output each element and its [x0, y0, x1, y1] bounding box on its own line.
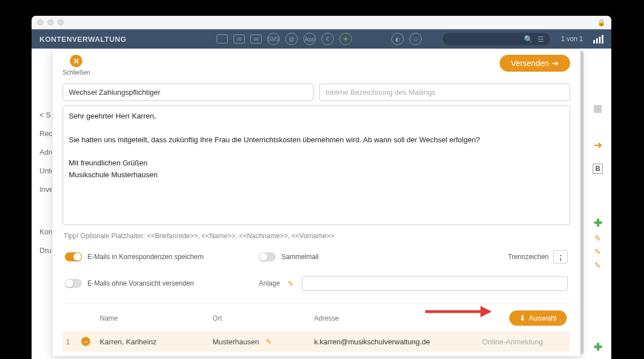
app-title: KONTENVERWALTUNG	[39, 35, 126, 43]
recipient-name: Karren, Karlheinz	[100, 338, 213, 346]
euro-icon[interactable]: €	[321, 33, 334, 45]
traffic-lights[interactable]	[37, 19, 64, 25]
close-group[interactable]: ✕ Schließen	[63, 55, 90, 76]
page-count: 1 von 1	[561, 35, 583, 43]
minimize-window-icon[interactable]	[47, 19, 54, 25]
col-ort-header: Ort	[213, 314, 314, 322]
modal-header: ✕ Schließen Versenden ➔	[52, 49, 580, 79]
col-name-header: Name	[100, 314, 213, 322]
lock-icon: 🔒	[597, 19, 606, 27]
compose-modal: ✕ Schließen Versenden ➔ Sehr geehrter He…	[52, 49, 581, 357]
no-preview-label: E-Mails ohne Voransicht versenden	[87, 279, 194, 287]
recipient-source: Online-Anmeldung	[482, 338, 567, 346]
sammelmail-toggle[interactable]	[259, 252, 276, 261]
separator-input[interactable]: ;	[553, 250, 568, 264]
send-button[interactable]: Versenden ➔	[500, 55, 570, 72]
download-icon: ⬇	[519, 314, 526, 322]
options-row-2: E-Mails ohne Voransicht versenden Anlage…	[63, 273, 570, 294]
app-toolbar: KONTENVERWALTUNG ✉ ✉ SMS @ App € + ◐ ☺ 🔍…	[32, 29, 611, 49]
search-field[interactable]: 🔍 ☰	[443, 33, 550, 45]
list-icon: ☰	[537, 35, 544, 43]
app-window: 🔒 KONTENVERWALTUNG ✉ ✉ SMS @ App € + ◐ ☺…	[32, 16, 611, 359]
no-preview-toggle[interactable]	[65, 279, 82, 288]
row-index: 1	[66, 338, 70, 346]
modal-body: Sehr geehrter Herr Karren, Sie hatten un…	[52, 79, 580, 356]
message-textarea[interactable]: Sehr geehrter Herr Karren, Sie hatten un…	[63, 106, 570, 225]
at-icon[interactable]: @	[285, 33, 298, 45]
headset-icon[interactable]: ◐	[391, 33, 404, 45]
save-correspondence-toggle[interactable]	[65, 252, 82, 261]
col-addr-header: Adresse	[314, 314, 509, 322]
close-label: Schließen	[63, 69, 90, 76]
mail-icon[interactable]: ✉	[233, 34, 245, 43]
pencil-icon[interactable]: ✎	[288, 279, 294, 288]
options-row-1: E-Mails in Korrespondenzen speichern Sam…	[63, 247, 570, 267]
auswahl-label: Auswahl	[529, 314, 557, 322]
bg-right-icons: ➜ B ✚ ✎ ✎ ✎ ✚	[590, 105, 606, 353]
close-icon[interactable]: ✕	[70, 55, 82, 67]
bold-icon[interactable]: B	[593, 164, 603, 174]
scrollbar[interactable]	[580, 51, 584, 354]
internal-name-input[interactable]	[319, 84, 570, 101]
remove-icon[interactable]: –	[81, 337, 90, 346]
pencil-icon[interactable]: ✎	[266, 338, 272, 346]
sammelmail-label: Sammelmail	[281, 253, 319, 261]
separator-label: Trennzeichen	[508, 253, 549, 261]
layers-icon[interactable]	[594, 105, 602, 113]
add-icon[interactable]: +	[339, 33, 352, 45]
recipient-ort: Musterhausen	[213, 338, 259, 346]
save-correspondence-label: E-Mails in Korrespondenzen speichern	[87, 253, 204, 261]
subject-row	[63, 84, 570, 101]
placeholder-tip: Tipp! Optionale Platzhalter: <<Briefanre…	[63, 230, 570, 242]
plus-icon[interactable]: ✚	[594, 341, 602, 353]
attachment-label: Anlage	[259, 279, 280, 287]
mail2-icon[interactable]: ✉	[250, 34, 262, 43]
pencil-icon[interactable]: ✎	[594, 247, 601, 256]
user-icon[interactable]: ☺	[409, 33, 422, 45]
pencil-icon[interactable]: ✎	[594, 234, 601, 243]
pencil-icon[interactable]: ✎	[594, 261, 601, 270]
zoom-window-icon[interactable]	[58, 19, 64, 25]
plus-icon[interactable]: ✚	[594, 217, 602, 229]
auswahl-button[interactable]: ⬇ Auswahl	[509, 310, 567, 326]
arrow-right-icon[interactable]: ➜	[594, 139, 602, 151]
signal-icon	[593, 34, 603, 43]
window-titlebar: 🔒	[32, 16, 611, 29]
recipient-section: Name Ort Adresse ⬇ Auswahl 1 – Karren, K…	[63, 303, 570, 352]
send-label: Versenden	[511, 59, 549, 68]
close-window-icon[interactable]	[37, 19, 43, 25]
recipient-row[interactable]: 1 – Karren, Karlheinz Musterhausen ✎ k.k…	[63, 331, 570, 352]
sms-icon[interactable]: SMS	[267, 33, 280, 45]
attachment-input[interactable]	[302, 276, 568, 291]
search-icon: 🔍	[524, 35, 533, 43]
toolbar-icons: ✉ ✉ SMS @ App € +	[217, 33, 352, 45]
subject-input[interactable]	[63, 84, 314, 101]
arrow-right-icon: ➔	[552, 59, 559, 68]
monitor-icon[interactable]	[217, 34, 228, 43]
app-icon[interactable]: App	[303, 33, 316, 45]
recipient-address: k.karren@musikschulverwaltung.de	[314, 338, 482, 346]
recipient-header: Name Ort Adresse ⬇ Auswahl	[63, 304, 570, 331]
